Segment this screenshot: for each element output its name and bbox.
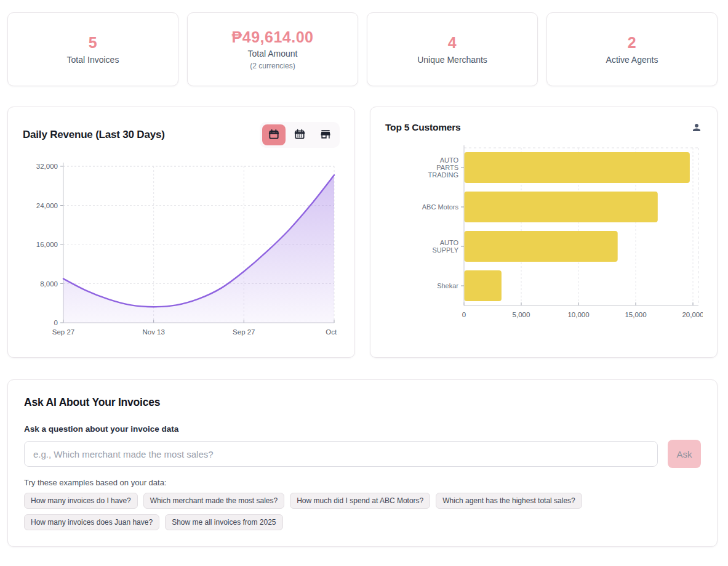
top-customers-card: Top 5 Customers 05,00010,00015,00020,000…: [370, 107, 718, 358]
stat-label: Unique Merchants: [417, 55, 487, 65]
invoice-dashboard: 5Total Invoices₱49,614.00Total Amount(2 …: [0, 0, 728, 562]
svg-text:0: 0: [462, 311, 466, 318]
svg-text:15,000: 15,000: [625, 311, 646, 318]
stat-value: 5: [89, 34, 97, 52]
svg-text:Sep 27: Sep 27: [233, 328, 255, 336]
svg-text:Sep 27: Sep 27: [52, 328, 74, 336]
svg-text:Oct 1: Oct 1: [326, 328, 339, 336]
person-icon: [691, 122, 702, 133]
svg-text:AUTOSUPPLY: AUTOSUPPLY: [432, 239, 458, 254]
svg-text:32,000: 32,000: [36, 163, 58, 170]
ask-question-label: Ask a question about your invoice data: [24, 424, 701, 434]
example-chip[interactable]: How many invoices does Juan have?: [24, 514, 159, 530]
charts-row: Daily Revenue (Last 30 Days): [7, 107, 718, 358]
ask-button[interactable]: Ask: [668, 440, 701, 468]
daily-revenue-header: Daily Revenue (Last 30 Days): [23, 122, 340, 148]
example-chip[interactable]: Show me all invoices from 2025: [165, 514, 282, 530]
top-customers-title: Top 5 Customers: [385, 122, 460, 133]
revenue-chart-toolbar: [260, 122, 340, 148]
svg-text:5,000: 5,000: [513, 311, 530, 318]
stat-card: 4Unique Merchants: [367, 12, 538, 86]
svg-text:10,000: 10,000: [567, 311, 589, 318]
svg-text:24,000: 24,000: [36, 202, 58, 209]
example-chip[interactable]: Which merchant made the most sales?: [143, 493, 284, 509]
calendar-view-button[interactable]: [262, 124, 286, 145]
calendar-days-icon: [294, 128, 306, 142]
ask-ai-title: Ask AI About Your Invoices: [24, 396, 701, 409]
storefront-icon: [319, 128, 332, 142]
daily-revenue-card: Daily Revenue (Last 30 Days): [7, 107, 355, 358]
svg-text:0: 0: [54, 319, 58, 326]
ask-ai-card: Ask AI About Your Invoices Ask a questio…: [7, 379, 718, 547]
daily-revenue-title: Daily Revenue (Last 30 Days): [23, 129, 165, 141]
svg-text:Nov 13: Nov 13: [142, 328, 164, 336]
merchant-view-button[interactable]: [314, 124, 337, 145]
stat-value: ₱49,614.00: [232, 28, 314, 46]
svg-text:Shekar: Shekar: [437, 282, 458, 289]
revenue-area-chart: 08,00016,00024,00032,000Sep 27Nov 13Sep …: [23, 156, 339, 342]
calendar-days-view-button[interactable]: [288, 124, 311, 145]
svg-text:ABC Motors: ABC Motors: [422, 203, 459, 211]
stat-label: Total Invoices: [67, 55, 119, 65]
stats-row: 5Total Invoices₱49,614.00Total Amount(2 …: [7, 12, 718, 86]
stat-card: 2Active Agents: [546, 12, 718, 86]
svg-text:20,000: 20,000: [682, 311, 703, 318]
examples-label: Try these examples based on your data:: [24, 478, 701, 487]
top-customers-header: Top 5 Customers: [385, 122, 702, 133]
stat-value: 2: [628, 34, 636, 52]
example-chips: How many invoices do I have?Which mercha…: [24, 493, 609, 530]
example-chip[interactable]: How many invoices do I have?: [24, 493, 138, 509]
svg-text:8,000: 8,000: [40, 280, 58, 288]
svg-text:16,000: 16,000: [36, 241, 58, 248]
example-chip[interactable]: How much did I spend at ABC Motors?: [290, 493, 430, 509]
stat-label: Active Agents: [606, 55, 658, 65]
ask-input-row: Ask: [24, 440, 701, 468]
stat-sublabel: (2 currencies): [250, 62, 295, 70]
calendar-icon: [268, 128, 280, 142]
stat-card: 5Total Invoices: [7, 12, 178, 86]
stat-card: ₱49,614.00Total Amount(2 currencies): [187, 12, 358, 86]
stat-value: 4: [448, 34, 457, 52]
svg-text:AUTOPARTSTRADING: AUTOPARTSTRADING: [428, 156, 459, 179]
ask-question-input[interactable]: [24, 441, 658, 467]
example-chip[interactable]: Which agent has the highest total sales?: [436, 493, 582, 509]
customers-bar-chart: 05,00010,00015,00020,000AUTOPARTSTRADING…: [385, 142, 703, 328]
stat-label: Total Amount: [248, 49, 298, 59]
